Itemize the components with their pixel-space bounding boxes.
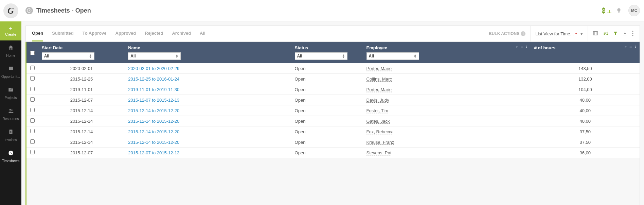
select-all-checkbox[interactable] [30,51,35,55]
filter-employee[interactable]: All ▲▼ [366,52,419,60]
employee-link[interactable]: Gates, Jack [366,119,390,124]
col-hours[interactable]: # of hours [531,42,640,52]
timesheet-link[interactable]: 2019-11-01 to 2019-11-30 [128,87,179,92]
timesheet-link[interactable]: 2015-12-14 to 2015-12-20 [128,119,179,124]
row-checkbox[interactable] [30,87,35,91]
filter-name[interactable]: All ▲▼ [128,52,181,60]
table-row[interactable]: 2015-12-142015-12-14 to 2015-12-20OpenKr… [26,137,640,148]
row-checkbox[interactable] [30,118,35,123]
sidebar-item-projects[interactable]: PProjects [0,83,21,104]
create-label: Create [5,32,16,36]
cell-start-date: 2015-12-14 [38,116,125,126]
filter-status-cell: All ▲▼ [291,52,363,63]
employee-link[interactable]: Foster, Tim [366,108,388,113]
col-employee[interactable]: Employee [363,42,531,52]
table-row[interactable]: 2015-12-142015-12-14 to 2015-12-20OpenGa… [26,116,640,126]
cell-hours: 37,50 [531,137,640,148]
timesheet-link[interactable]: 2015-12-07 to 2015-12-13 [128,150,179,155]
more-icon[interactable] [632,31,633,37]
bulk-actions-button[interactable]: BULK ACTIONS i [484,26,531,41]
create-button[interactable]: + Create [0,21,21,40]
filter-start-date-value: All [44,54,49,58]
cell-hours: 37,50 [531,126,640,137]
col-hours-icons [624,45,637,49]
logo[interactable]: G [0,0,21,21]
employee-link[interactable]: Fox, Rebecca [366,129,394,134]
cell-start-date: 2019-11-01 [38,84,125,95]
timesheet-link[interactable]: 2015-12-07 to 2015-12-13 [128,98,179,103]
columns-icon[interactable] [593,31,598,37]
cell-employee: Porter, Marie [363,84,531,95]
unsaved-dot-icon: • [575,32,577,35]
sidebar-item-timesheets[interactable]: Timesheets [0,146,21,167]
row-checkbox-cell [26,84,38,95]
table-row[interactable]: 2015-12-142015-12-14 to 2015-12-20OpenFo… [26,105,640,116]
home-icon [8,45,14,52]
cell-employee: Krause, Franz [363,137,531,148]
timesheet-link[interactable]: 2015-12-14 to 2015-12-20 [128,129,179,134]
table-row[interactable]: 2015-12-072015-12-07 to 2015-12-13OpenSt… [26,148,640,158]
filter-icon[interactable] [613,31,618,37]
tab-submitted[interactable]: Submitted [52,26,74,41]
tab-rejected[interactable]: Rejected [145,26,163,41]
employee-link[interactable]: Collins, Marc [366,76,392,82]
table-row[interactable]: 2015-12-252015-12-25 to 2016-01-24OpenCo… [26,74,640,84]
row-checkbox-cell [26,148,38,158]
col-status[interactable]: Status [291,42,363,52]
row-checkbox[interactable] [30,97,35,102]
filter-start-date[interactable]: All ▲▼ [42,52,94,60]
col-start-date[interactable]: Start Date [38,42,125,52]
tab-open[interactable]: Open [32,26,43,41]
employee-link[interactable]: Stevens, Pat [366,150,392,155]
row-checkbox[interactable] [30,129,35,133]
cell-status: Open [291,95,363,105]
employee-link[interactable]: Davis, Judy [366,98,389,103]
row-checkbox[interactable] [30,139,35,144]
svg-point-1 [9,109,11,111]
timesheet-link[interactable]: 2020-02-01 to 2020-02-29 [128,66,179,71]
cell-start-date: 2015-12-07 [38,95,125,105]
view-selector[interactable]: List View for Time... • ▾ [531,26,588,41]
tab-all[interactable]: All [200,26,205,41]
sidebar-item-home[interactable]: Home [0,40,21,62]
tab-approved[interactable]: Approved [115,26,136,41]
cell-employee: Fox, Rebecca [363,126,531,137]
bulb-icon[interactable] [614,6,624,15]
timesheet-link[interactable]: 2015-12-14 to 2015-12-20 [128,108,179,113]
filter-status[interactable]: All ▲▼ [295,52,347,60]
cell-status: Open [291,116,363,126]
cell-employee: Stevens, Pat [363,148,531,158]
row-checkbox[interactable] [30,150,35,154]
col-name[interactable]: Name [125,42,291,52]
folder-icon: P [8,87,14,95]
svg-point-2 [11,109,13,111]
tab-to-approve[interactable]: To Approve [83,26,107,41]
cell-employee: Collins, Marc [363,74,531,84]
employee-link[interactable]: Porter, Marie [366,87,392,92]
table-row[interactable]: 2015-12-072015-12-07 to 2015-12-13OpenDa… [26,95,640,105]
tab-archived[interactable]: Archived [172,26,191,41]
cell-hours: 132,00 [531,74,640,84]
filter-start-date-cell: All ▲▼ [38,52,125,63]
table-row[interactable]: 2020-02-012020-02-01 to 2020-02-29OpenPo… [26,63,640,74]
row-checkbox-cell [26,105,38,116]
sidebar-item-resources[interactable]: Resources [0,104,21,125]
sidebar-item-invoices[interactable]: $Invoices [0,125,21,146]
table-row[interactable]: 2015-12-142015-12-14 to 2015-12-20OpenFo… [26,126,640,137]
bulk-actions-label: BULK ACTIONS [489,31,519,36]
cell-start-date: 2015-12-25 [38,74,125,84]
cell-start-date: 2020-02-01 [38,63,125,74]
row-checkbox[interactable] [30,108,35,112]
sidebar-item-opportunit-[interactable]: Opportunit... [0,62,21,83]
employee-link[interactable]: Porter, Marie [366,66,392,71]
table-row[interactable]: 2019-11-012019-11-01 to 2019-11-30OpenPo… [26,84,640,95]
download-icon[interactable] [623,31,627,37]
user-avatar[interactable]: MC [628,5,640,16]
timesheet-link[interactable]: 2015-12-14 to 2015-12-20 [128,140,179,145]
row-checkbox[interactable] [30,76,35,81]
row-checkbox[interactable] [30,66,35,70]
employee-link[interactable]: Krause, Franz [366,140,394,145]
header-status-badge[interactable]: G [602,6,611,15]
sort-icon[interactable] [603,31,608,37]
timesheet-link[interactable]: 2015-12-25 to 2016-01-24 [128,76,179,82]
